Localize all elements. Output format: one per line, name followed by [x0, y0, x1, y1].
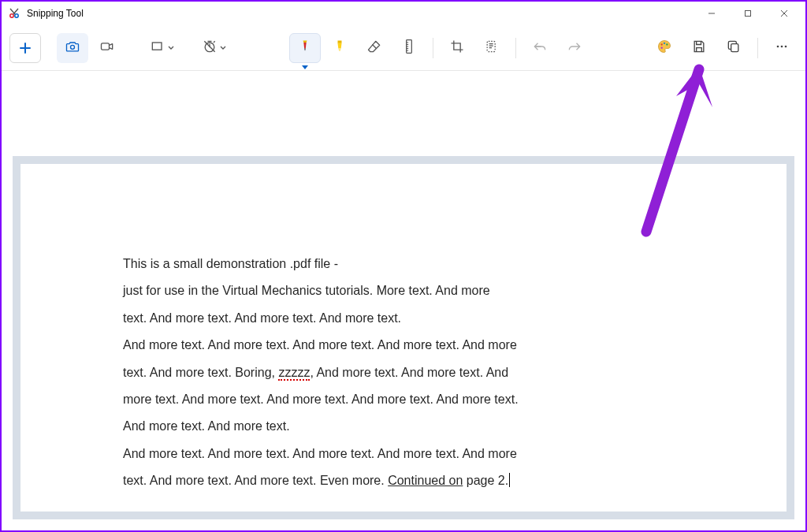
ruler-tool-button[interactable]	[393, 33, 425, 63]
capture-canvas[interactable]: This is a small demonstration .pdf file …	[2, 73, 805, 530]
highlighter-icon	[332, 39, 348, 58]
chevron-down-icon	[219, 41, 227, 55]
svg-rect-5	[152, 43, 162, 50]
window-title: Snipping Tool	[27, 8, 84, 19]
text-actions-icon	[484, 39, 500, 58]
undo-icon	[532, 39, 548, 58]
svg-point-1	[15, 14, 18, 17]
separator	[515, 38, 516, 58]
save-icon	[691, 39, 707, 58]
svg-point-0	[10, 14, 13, 17]
undo-button[interactable]	[524, 33, 556, 63]
svg-point-11	[666, 43, 668, 45]
record-mode-button[interactable]	[91, 33, 123, 63]
svg-rect-13	[731, 43, 738, 51]
ruler-icon	[401, 39, 417, 58]
copy-button[interactable]	[718, 33, 749, 63]
eraser-tool-button[interactable]	[359, 33, 390, 63]
chevron-down-icon	[167, 41, 175, 55]
camera-icon	[65, 39, 80, 58]
maximize-button[interactable]	[730, 2, 766, 25]
eraser-icon	[366, 39, 382, 58]
close-button[interactable]	[766, 2, 802, 25]
minimize-button[interactable]	[694, 2, 730, 25]
new-snip-button[interactable]	[9, 33, 41, 63]
svg-point-9	[661, 43, 663, 45]
svg-point-3	[71, 45, 75, 49]
timer-icon	[202, 39, 218, 58]
video-icon	[99, 39, 115, 58]
document-text: This is a small demonstration .pdf file …	[123, 251, 564, 495]
svg-point-14	[777, 45, 779, 47]
redo-icon	[567, 39, 582, 58]
more-button[interactable]	[766, 33, 798, 63]
titlebar: Snipping Tool	[2, 2, 805, 25]
separator	[433, 38, 433, 58]
save-button[interactable]	[683, 33, 715, 63]
svg-point-12	[661, 47, 663, 48]
spellcheck-squiggle: zzzzz	[278, 366, 310, 381]
copy-icon	[726, 39, 742, 58]
snip-shape-button[interactable]	[147, 33, 178, 63]
crop-button[interactable]	[441, 33, 473, 63]
edit-in-paint-button[interactable]	[649, 33, 680, 63]
svg-rect-8	[487, 41, 495, 51]
toolbar	[2, 25, 805, 71]
pen-icon	[297, 39, 313, 58]
paint-palette-icon	[656, 39, 672, 58]
text-cursor	[508, 474, 510, 487]
delay-button[interactable]	[199, 33, 230, 63]
more-icon	[774, 39, 790, 58]
app-icon	[8, 7, 20, 20]
svg-point-10	[664, 42, 665, 43]
svg-point-15	[781, 45, 783, 47]
text-actions-button[interactable]	[476, 33, 508, 63]
redo-button[interactable]	[559, 33, 590, 63]
pen-tool-button[interactable]	[289, 33, 321, 63]
svg-rect-4	[102, 43, 110, 49]
screenshot-mode-button[interactable]	[57, 33, 88, 63]
svg-point-16	[785, 45, 787, 47]
separator	[757, 38, 758, 58]
crop-icon	[449, 39, 465, 58]
rectangle-icon	[150, 39, 165, 58]
svg-rect-2	[746, 11, 751, 17]
highlighter-tool-button[interactable]	[324, 33, 355, 63]
continued-link: Continued on	[388, 474, 463, 487]
captured-document: This is a small demonstration .pdf file …	[13, 156, 794, 519]
